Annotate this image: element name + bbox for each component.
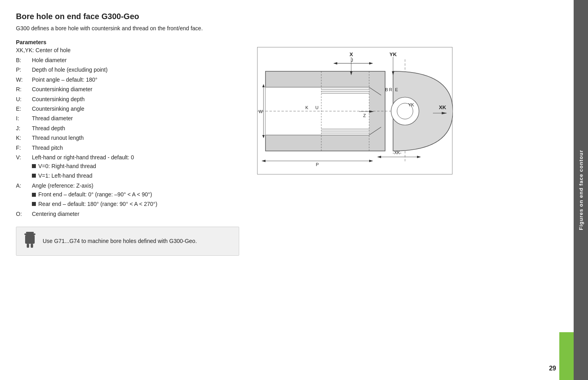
svg-text:YK: YK (408, 102, 414, 107)
svg-rect-3 (27, 244, 29, 248)
param-key: W: (16, 75, 32, 84)
svg-rect-0 (26, 232, 34, 233)
bullet-icon (32, 202, 36, 206)
diagram-container: X YK W B R E (257, 47, 452, 174)
svg-text:J: J (351, 58, 353, 63)
param-key-v: V: (16, 153, 32, 162)
param-sub-a0: Front end – default: 0° (range: –90° < A… (32, 190, 239, 199)
param-value: Countersinking angle (32, 104, 85, 113)
list-item: F: Thread pitch (16, 143, 239, 152)
list-item: J: Thread depth (16, 124, 239, 133)
list-item: B: Hole diameter (16, 56, 239, 65)
svg-marker-23 (369, 62, 373, 65)
param-key: I: (16, 114, 32, 123)
svg-text:Z: Z (363, 113, 366, 118)
svg-marker-32 (262, 84, 265, 87)
svg-text:X: X (350, 51, 353, 57)
diagram-area: X YK W B R E (251, 39, 458, 256)
list-item: I: Thread diameter (16, 114, 239, 123)
param-key: B: (16, 56, 32, 65)
main-content: Bore hole on end face G300-Geo G300 defi… (0, 0, 588, 380)
svg-rect-4 (31, 244, 33, 248)
svg-marker-33 (262, 135, 265, 138)
list-item-v: V: Left-hand or right-hand thread - defa… (16, 153, 239, 180)
param-value-a: Angle (reference: Z-axis) (32, 181, 93, 190)
svg-text:U: U (315, 105, 319, 110)
param-value: Countersinking depth (32, 95, 85, 104)
param-value: Hole diameter (32, 56, 67, 65)
svg-text:R: R (389, 87, 392, 92)
param-value: Point angle – default: 180° (32, 75, 97, 84)
param-key: E: (16, 104, 32, 113)
param-value: Thread diameter (32, 114, 73, 123)
note-text: Use G71...G74 to machine bore holes defi… (43, 238, 197, 244)
side-tab-text: Figures on end face contour (578, 150, 584, 230)
note-icon (23, 232, 37, 251)
svg-marker-48 (377, 156, 381, 158)
list-item: P: Depth of hole (excluding point) (16, 65, 239, 74)
bullet-icon (32, 174, 36, 178)
bullet-icon (32, 164, 36, 168)
svg-text:-XK-: -XK- (393, 150, 401, 155)
page-title: Bore hole on end face G300-Geo (16, 12, 572, 21)
svg-marker-52 (262, 160, 265, 162)
svg-text:B: B (385, 87, 388, 92)
param-value: Depth of hole (excluding point) (32, 65, 108, 74)
param-key: K: (16, 133, 32, 142)
side-tab-green (559, 332, 574, 380)
param-value: Thread runout length (32, 133, 84, 142)
svg-text:YK: YK (389, 51, 397, 57)
param-key: F: (16, 143, 32, 152)
param-value: Thread pitch (32, 143, 63, 152)
param-value-v: Left-hand or right-hand thread - default… (32, 153, 134, 162)
params-intro: XK,YK: Center of hole (16, 47, 239, 53)
svg-text:W: W (259, 109, 263, 114)
list-item: K: Thread runout length (16, 133, 239, 142)
param-sub-v0: V=0: Right-hand thread (32, 162, 239, 170)
param-value: Countersinking diameter (32, 85, 92, 94)
param-value-o: Centering diameter (32, 210, 79, 218)
svg-marker-49 (417, 156, 421, 158)
list-item-a: A: Angle (reference: Z-axis) Front end –… (16, 181, 239, 209)
param-key: R: (16, 85, 32, 94)
param-key: U: (16, 95, 32, 104)
list-item: U: Countersinking depth (16, 95, 239, 104)
bullet-icon (32, 193, 36, 197)
svg-text:P: P (316, 162, 319, 167)
list-item: W: Point angle – default: 180° (16, 75, 239, 84)
param-sub-a1-text: Rear end – default: 180° (range: 90° < A… (38, 200, 157, 208)
params-heading: Parameters (16, 39, 239, 45)
page-number: 29 (549, 365, 556, 372)
params-list: B: Hole diameter P: Depth of hole (exclu… (16, 56, 239, 219)
param-sub-v0-text: V=0: Right-hand thread (38, 162, 96, 170)
list-item-o: O: Centering diameter (16, 210, 239, 218)
param-key: P: (16, 65, 32, 74)
list-item: R: Countersinking diameter (16, 85, 239, 94)
side-tab: Figures on end face contour (574, 0, 588, 380)
intro-text: G300 defines a bore hole with countersin… (16, 24, 572, 33)
svg-marker-22 (333, 62, 337, 65)
svg-text:K: K (305, 105, 309, 110)
param-sub-a1: Rear end – default: 180° (range: 90° < A… (32, 200, 239, 208)
param-value: Thread depth (32, 124, 65, 133)
param-key: J: (16, 124, 32, 133)
param-key-a: A: (16, 181, 32, 190)
note-box: Use G71...G74 to machine bore holes defi… (16, 227, 239, 256)
param-sub-a0-text: Front end – default: 0° (range: –90° < A… (38, 190, 152, 199)
list-item: E: Countersinking angle (16, 104, 239, 113)
svg-text:XK: XK (439, 104, 446, 110)
param-key-o: O: (16, 210, 32, 218)
svg-marker-53 (369, 160, 373, 162)
svg-rect-1 (24, 233, 35, 235)
param-sub-v1: V=1: Left-hand thread (32, 171, 239, 180)
svg-rect-2 (25, 235, 35, 244)
param-sub-v1-text: V=1: Left-hand thread (38, 171, 92, 180)
svg-text:E: E (395, 87, 398, 92)
